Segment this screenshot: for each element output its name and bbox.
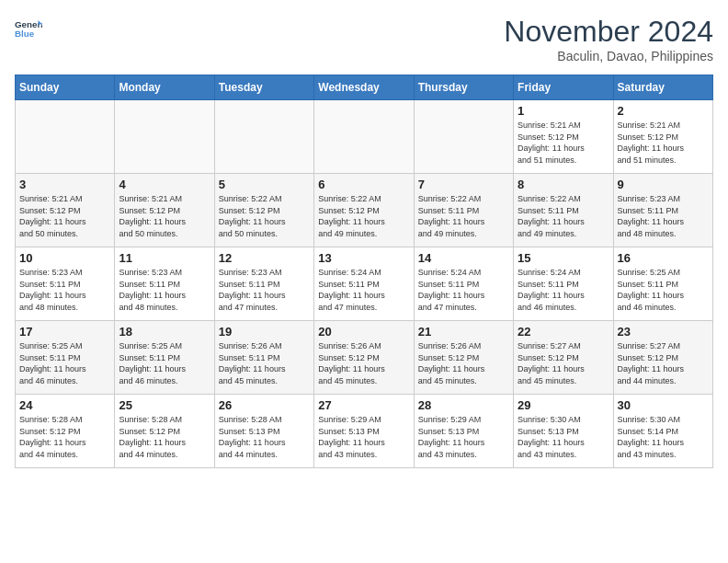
day-info: Sunrise: 5:27 AMSunset: 5:12 PMDaylight:… [618, 340, 709, 386]
day-info: Sunrise: 5:23 AMSunset: 5:11 PMDaylight:… [19, 267, 110, 313]
calendar-week-row: 17Sunrise: 5:25 AMSunset: 5:11 PMDayligh… [16, 321, 713, 395]
day-info: Sunrise: 5:25 AMSunset: 5:11 PMDaylight:… [119, 340, 210, 386]
day-info: Sunrise: 5:28 AMSunset: 5:12 PMDaylight:… [119, 414, 210, 460]
weekday-header: Tuesday [214, 75, 313, 100]
calendar-cell: 1Sunrise: 5:21 AMSunset: 5:12 PMDaylight… [514, 100, 613, 174]
day-number: 18 [119, 325, 210, 339]
day-info: Sunrise: 5:25 AMSunset: 5:11 PMDaylight:… [618, 267, 709, 313]
calendar-cell: 23Sunrise: 5:27 AMSunset: 5:12 PMDayligh… [613, 321, 712, 395]
day-number: 3 [19, 178, 110, 191]
calendar-cell: 28Sunrise: 5:29 AMSunset: 5:13 PMDayligh… [414, 395, 513, 468]
day-number: 12 [219, 251, 310, 265]
day-number: 30 [618, 398, 709, 412]
day-number: 15 [518, 251, 609, 265]
day-info: Sunrise: 5:30 AMSunset: 5:13 PMDaylight:… [518, 414, 609, 460]
day-number: 20 [318, 325, 409, 339]
day-info: Sunrise: 5:21 AMSunset: 5:12 PMDaylight:… [618, 120, 709, 166]
calendar-cell: 2Sunrise: 5:21 AMSunset: 5:12 PMDaylight… [613, 100, 712, 174]
calendar-week-row: 24Sunrise: 5:28 AMSunset: 5:12 PMDayligh… [16, 395, 713, 468]
calendar-cell: 7Sunrise: 5:22 AMSunset: 5:11 PMDaylight… [414, 174, 513, 247]
calendar-cell: 20Sunrise: 5:26 AMSunset: 5:12 PMDayligh… [314, 321, 414, 395]
weekday-header: Saturday [613, 75, 712, 100]
day-info: Sunrise: 5:21 AMSunset: 5:12 PMDaylight:… [19, 193, 110, 239]
day-info: Sunrise: 5:26 AMSunset: 5:12 PMDaylight:… [318, 340, 409, 386]
weekday-header-row: SundayMondayTuesdayWednesdayThursdayFrid… [16, 75, 713, 100]
day-number: 22 [518, 325, 609, 339]
day-info: Sunrise: 5:22 AMSunset: 5:12 PMDaylight:… [219, 193, 310, 239]
day-info: Sunrise: 5:24 AMSunset: 5:11 PMDaylight:… [518, 267, 609, 313]
calendar-cell: 12Sunrise: 5:23 AMSunset: 5:11 PMDayligh… [214, 247, 313, 321]
day-number: 4 [119, 178, 210, 191]
day-info: Sunrise: 5:22 AMSunset: 5:11 PMDaylight:… [518, 193, 609, 239]
calendar-cell: 17Sunrise: 5:25 AMSunset: 5:11 PMDayligh… [16, 321, 115, 395]
calendar-week-row: 3Sunrise: 5:21 AMSunset: 5:12 PMDaylight… [16, 174, 713, 247]
calendar-cell: 21Sunrise: 5:26 AMSunset: 5:12 PMDayligh… [414, 321, 513, 395]
day-number: 26 [219, 398, 310, 412]
calendar-table: SundayMondayTuesdayWednesdayThursdayFrid… [15, 75, 713, 468]
calendar-cell [414, 100, 513, 174]
day-number: 10 [19, 251, 110, 265]
calendar-cell: 13Sunrise: 5:24 AMSunset: 5:11 PMDayligh… [314, 247, 414, 321]
calendar-cell: 16Sunrise: 5:25 AMSunset: 5:11 PMDayligh… [613, 247, 712, 321]
title-block: November 2024 Baculin, Davao, Philippine… [504, 15, 713, 63]
calendar-cell: 4Sunrise: 5:21 AMSunset: 5:12 PMDaylight… [115, 174, 214, 247]
calendar-week-row: 1Sunrise: 5:21 AMSunset: 5:12 PMDaylight… [16, 100, 713, 174]
calendar-cell: 22Sunrise: 5:27 AMSunset: 5:12 PMDayligh… [514, 321, 613, 395]
calendar-cell: 5Sunrise: 5:22 AMSunset: 5:12 PMDaylight… [214, 174, 313, 247]
day-info: Sunrise: 5:28 AMSunset: 5:13 PMDaylight:… [219, 414, 310, 460]
day-info: Sunrise: 5:24 AMSunset: 5:11 PMDaylight:… [418, 267, 509, 313]
day-number: 8 [518, 178, 609, 191]
day-info: Sunrise: 5:29 AMSunset: 5:13 PMDaylight:… [318, 414, 409, 460]
svg-text:Blue: Blue [15, 29, 35, 39]
day-number: 25 [119, 398, 210, 412]
day-number: 19 [219, 325, 310, 339]
calendar-cell: 25Sunrise: 5:28 AMSunset: 5:12 PMDayligh… [115, 395, 214, 468]
day-info: Sunrise: 5:30 AMSunset: 5:14 PMDaylight:… [618, 414, 709, 460]
day-info: Sunrise: 5:22 AMSunset: 5:12 PMDaylight:… [318, 193, 409, 239]
day-number: 21 [418, 325, 509, 339]
day-number: 7 [418, 178, 509, 191]
weekday-header: Friday [514, 75, 613, 100]
calendar-cell: 9Sunrise: 5:23 AMSunset: 5:11 PMDaylight… [613, 174, 712, 247]
day-info: Sunrise: 5:29 AMSunset: 5:13 PMDaylight:… [418, 414, 509, 460]
day-info: Sunrise: 5:21 AMSunset: 5:12 PMDaylight:… [518, 120, 609, 166]
calendar-cell [115, 100, 214, 174]
weekday-header: Thursday [414, 75, 513, 100]
calendar-cell: 8Sunrise: 5:22 AMSunset: 5:11 PMDaylight… [514, 174, 613, 247]
day-info: Sunrise: 5:22 AMSunset: 5:11 PMDaylight:… [418, 193, 509, 239]
day-number: 27 [318, 398, 409, 412]
day-info: Sunrise: 5:23 AMSunset: 5:11 PMDaylight:… [618, 193, 709, 239]
weekday-header: Wednesday [314, 75, 414, 100]
day-number: 14 [418, 251, 509, 265]
day-info: Sunrise: 5:27 AMSunset: 5:12 PMDaylight:… [518, 340, 609, 386]
day-info: Sunrise: 5:21 AMSunset: 5:12 PMDaylight:… [119, 193, 210, 239]
day-number: 1 [518, 104, 609, 118]
calendar-cell: 18Sunrise: 5:25 AMSunset: 5:11 PMDayligh… [115, 321, 214, 395]
month-title: November 2024 [504, 15, 713, 49]
day-number: 6 [318, 178, 409, 191]
calendar-cell: 26Sunrise: 5:28 AMSunset: 5:13 PMDayligh… [214, 395, 313, 468]
page-header: General Blue November 2024 Baculin, Dava… [15, 15, 713, 63]
calendar-cell: 29Sunrise: 5:30 AMSunset: 5:13 PMDayligh… [514, 395, 613, 468]
day-info: Sunrise: 5:28 AMSunset: 5:12 PMDaylight:… [19, 414, 110, 460]
weekday-header: Sunday [16, 75, 115, 100]
day-info: Sunrise: 5:23 AMSunset: 5:11 PMDaylight:… [219, 267, 310, 313]
day-number: 17 [19, 325, 110, 339]
calendar-cell: 19Sunrise: 5:26 AMSunset: 5:11 PMDayligh… [214, 321, 313, 395]
calendar-cell: 24Sunrise: 5:28 AMSunset: 5:12 PMDayligh… [16, 395, 115, 468]
calendar-cell: 14Sunrise: 5:24 AMSunset: 5:11 PMDayligh… [414, 247, 513, 321]
calendar-cell: 11Sunrise: 5:23 AMSunset: 5:11 PMDayligh… [115, 247, 214, 321]
day-number: 23 [618, 325, 709, 339]
calendar-week-row: 10Sunrise: 5:23 AMSunset: 5:11 PMDayligh… [16, 247, 713, 321]
logo-icon: General Blue [15, 15, 42, 42]
day-number: 29 [518, 398, 609, 412]
weekday-header: Monday [115, 75, 214, 100]
day-info: Sunrise: 5:24 AMSunset: 5:11 PMDaylight:… [318, 267, 409, 313]
calendar-cell: 15Sunrise: 5:24 AMSunset: 5:11 PMDayligh… [514, 247, 613, 321]
calendar-cell: 30Sunrise: 5:30 AMSunset: 5:14 PMDayligh… [613, 395, 712, 468]
day-number: 9 [618, 178, 709, 191]
day-info: Sunrise: 5:26 AMSunset: 5:11 PMDaylight:… [219, 340, 310, 386]
day-number: 5 [219, 178, 310, 191]
day-number: 16 [618, 251, 709, 265]
logo: General Blue [15, 15, 42, 42]
